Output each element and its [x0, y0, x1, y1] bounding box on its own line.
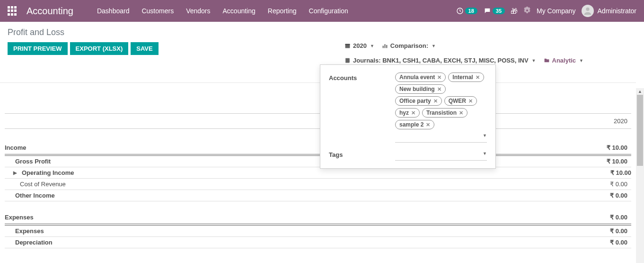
company-name[interactable]: My Company — [537, 7, 575, 15]
vertical-scrollbar[interactable]: ▲ — [636, 88, 644, 263]
tag-qwer[interactable]: QWER✕ — [444, 96, 477, 106]
year-column-header: 2020 — [584, 118, 631, 125]
close-icon[interactable]: ✕ — [437, 86, 441, 92]
table-header: 2020 — [5, 113, 631, 129]
app-title: Accounting — [26, 6, 73, 17]
analytic-dropdown: Accounts Annula event✕ Internal✕ New bui… — [320, 64, 496, 169]
expenses-value: ₹ 0.00 — [584, 214, 631, 221]
scrollbar-thumb[interactable] — [637, 95, 643, 166]
breadcrumb: Profit and Loss — [8, 27, 628, 37]
accounts-tags: Annula event✕ Internal✕ New building✕ Of… — [395, 73, 487, 129]
gross-profit-row[interactable]: Gross Profit ₹ 10.00 — [5, 156, 631, 167]
chat-count: 35 — [493, 8, 505, 14]
chat-icon — [483, 7, 492, 15]
other-income-row[interactable]: Other Income ₹ 0.00 — [5, 190, 631, 201]
book-icon — [344, 57, 351, 63]
nav-menu: Dashboard Customers Vendors Accounting R… — [97, 7, 348, 15]
top-navbar: Accounting Dashboard Customers Vendors A… — [0, 0, 644, 22]
close-icon[interactable]: ✕ — [437, 74, 441, 81]
filter-analytic-label: Analytic — [552, 57, 576, 64]
tag-transistion[interactable]: Transistion✕ — [422, 108, 468, 118]
tag-annula-event[interactable]: Annula event✕ — [395, 73, 446, 82]
tags-label: Tags — [329, 149, 395, 161]
settings-icon[interactable] — [523, 7, 531, 16]
expenses-row-label: Expenses — [5, 227, 584, 235]
filter-comparison-label: Comparison: — [390, 42, 428, 49]
filter-analytic[interactable]: Analytic▼ — [544, 57, 584, 64]
nav-vendors[interactable]: Vendors — [186, 7, 210, 15]
svg-rect-5 — [384, 44, 385, 48]
depreciation-label: Depreciation — [5, 239, 584, 246]
scroll-up-icon[interactable]: ▲ — [636, 88, 644, 95]
income-section: Income ₹ 10.00 — [5, 141, 631, 156]
nav-configuration[interactable]: Configuration — [309, 7, 348, 15]
user-menu[interactable]: Administrator — [582, 5, 636, 17]
depreciation-row[interactable]: Depreciation ₹ 0.00 — [5, 237, 631, 248]
filter-period-label: 2020 — [353, 42, 367, 49]
close-icon[interactable]: ✕ — [411, 110, 415, 116]
svg-rect-6 — [386, 45, 387, 48]
avatar-icon — [582, 5, 594, 17]
chevron-down-icon: ▼ — [483, 151, 487, 156]
accounts-select[interactable]: ▼ — [395, 131, 487, 143]
control-panel: Profit and Loss PRINT PREVIEW EXPORT (XL… — [0, 22, 636, 83]
calendar-icon — [344, 43, 351, 49]
expenses-title: Expenses — [5, 214, 584, 221]
filter-period[interactable]: 2020▼ — [344, 42, 374, 49]
tag-internal[interactable]: Internal✕ — [448, 73, 484, 82]
chevron-down-icon: ▼ — [483, 133, 487, 138]
expenses-row[interactable]: Expenses ₹ 0.00 — [5, 226, 631, 237]
tag-sample-2[interactable]: sample 2✕ — [395, 120, 434, 129]
print-preview-button[interactable]: PRINT PREVIEW — [8, 42, 68, 55]
close-icon[interactable]: ✕ — [426, 122, 430, 128]
caret-right-icon[interactable]: ▶ — [13, 170, 20, 175]
tag-new-building[interactable]: New building✕ — [395, 84, 446, 94]
close-icon[interactable]: ✕ — [468, 98, 473, 104]
user-name: Administrator — [598, 7, 636, 15]
filter-journals[interactable]: Journals: BNK1, CSH1, CABA, EXCH, STJ, M… — [344, 57, 536, 64]
chart-icon — [382, 43, 388, 49]
operating-income-label: Operating Income — [22, 169, 610, 176]
operating-income-row[interactable]: ▶ Operating Income ₹ 10.00 — [5, 167, 631, 179]
timer-count: 18 — [465, 8, 477, 14]
chat-badge-group[interactable]: 35 — [483, 7, 505, 15]
filter-journals-label: Journals: BNK1, CSH1, CABA, EXCH, STJ, M… — [353, 57, 529, 64]
tag-hyz[interactable]: hyz✕ — [395, 108, 420, 118]
tags-select[interactable]: ▼ — [395, 149, 487, 161]
cost-revenue-value: ₹ 0.00 — [584, 181, 631, 188]
depreciation-value: ₹ 0.00 — [584, 239, 631, 246]
filter-comparison[interactable]: Comparison:▼ — [382, 42, 436, 49]
nav-reporting[interactable]: Reporting — [268, 7, 297, 15]
nav-accounting[interactable]: Accounting — [223, 7, 256, 15]
export-xlsx-button[interactable]: EXPORT (XLSX) — [70, 42, 129, 55]
income-value: ₹ 10.00 — [584, 144, 631, 151]
timer-badge-group[interactable]: 18 — [456, 7, 477, 15]
operating-income-value: ₹ 10.00 — [610, 169, 631, 176]
gross-profit-value: ₹ 10.00 — [584, 158, 631, 165]
cost-revenue-label: Cost of Revenue — [5, 181, 584, 188]
expenses-row-value: ₹ 0.00 — [584, 227, 631, 235]
cost-revenue-row[interactable]: Cost of Revenue ₹ 0.00 — [5, 179, 631, 190]
income-title: Income — [5, 144, 584, 151]
expenses-section: Expenses ₹ 0.00 — [5, 211, 631, 226]
save-button[interactable]: SAVE — [131, 42, 158, 55]
svg-point-1 — [586, 8, 589, 11]
tag-office-party[interactable]: Office party✕ — [395, 96, 442, 106]
clock-icon — [456, 7, 464, 15]
close-icon[interactable]: ✕ — [476, 74, 480, 81]
gross-profit-label: Gross Profit — [5, 158, 584, 165]
close-icon[interactable]: ✕ — [433, 98, 438, 104]
apps-icon[interactable] — [8, 6, 17, 16]
other-income-value: ₹ 0.00 — [584, 192, 631, 199]
nav-dashboard[interactable]: Dashboard — [97, 7, 130, 15]
report-body: 2020 Income ₹ 10.00 Gross Profit ₹ 10.00… — [0, 83, 636, 263]
svg-rect-3 — [345, 44, 350, 45]
close-icon[interactable]: ✕ — [459, 110, 463, 116]
gift-icon[interactable]: 🎁︎ — [511, 7, 518, 15]
svg-rect-4 — [382, 46, 383, 48]
accounts-label: Accounts — [329, 73, 395, 143]
action-buttons: PRINT PREVIEW EXPORT (XLSX) SAVE — [8, 42, 159, 55]
folder-icon — [544, 57, 550, 63]
nav-right: 18 35 🎁︎ My Company Administrator — [456, 5, 636, 17]
nav-customers[interactable]: Customers — [141, 7, 174, 15]
